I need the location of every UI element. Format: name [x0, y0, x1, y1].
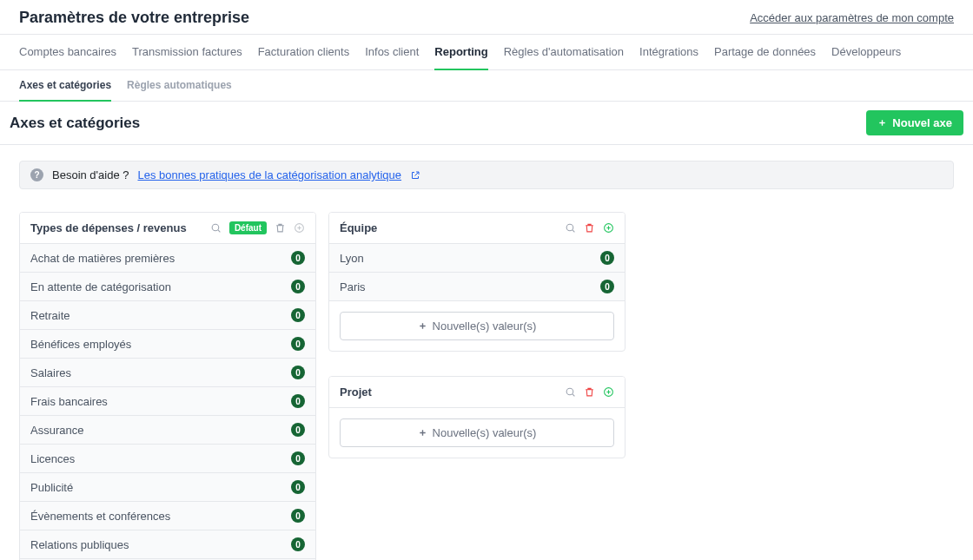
axis-value-count: 0 — [600, 251, 614, 265]
axis-value-label: Frais bancaires — [30, 395, 108, 408]
search-icon[interactable] — [210, 222, 222, 234]
axis-value-label: Achat de matières premières — [30, 252, 175, 265]
new-value-label: Nouvelle(s) valeur(s) — [433, 320, 537, 333]
search-icon[interactable] — [564, 386, 576, 399]
main-tab[interactable]: Règles d'automatisation — [504, 35, 624, 69]
axis-card: ProjetNouvelle(s) valeur(s) — [328, 376, 626, 458]
sub-tabs: Axes et catégoriesRègles automatiques — [0, 70, 973, 102]
axis-card: ÉquipeLyon0Paris0Nouvelle(s) valeur(s) — [328, 212, 626, 352]
axis-value-count: 0 — [291, 480, 305, 494]
main-tab[interactable]: Intégrations — [639, 35, 698, 69]
axis-value-label: Lyon — [340, 252, 364, 265]
add-value-icon[interactable] — [602, 386, 614, 399]
axis-value-count: 0 — [291, 509, 305, 523]
default-badge: Défaut — [229, 221, 267, 234]
axis-value-label: Licences — [30, 452, 75, 465]
axis-value-label: Retraite — [30, 309, 70, 322]
axis-value-count: 0 — [291, 251, 305, 265]
trash-icon[interactable] — [583, 222, 595, 234]
new-value-button[interactable]: Nouvelle(s) valeur(s) — [340, 312, 614, 340]
axis-value-row[interactable]: Frais bancaires0 — [20, 387, 315, 416]
account-settings-link[interactable]: Accéder aux paramètres de mon compte — [750, 11, 954, 24]
sub-tab[interactable]: Règles automatiques — [127, 70, 232, 101]
main-tab[interactable]: Développeurs — [831, 35, 901, 69]
axis-title: Types de dépenses / revenus — [30, 221, 203, 234]
axis-value-label: Évènements et conférences — [30, 510, 170, 523]
main-tab[interactable]: Reporting — [434, 35, 487, 70]
axis-value-label: Assurance — [30, 424, 83, 437]
main-tab[interactable]: Facturation clients — [258, 35, 350, 69]
axis-value-row[interactable]: Évènements et conférences0 — [20, 502, 315, 530]
axis-value-count: 0 — [291, 366, 305, 379]
axis-value-count: 0 — [291, 308, 305, 322]
help-label: Besoin d'aide ? — [52, 168, 129, 181]
help-banner: ? Besoin d'aide ? Les bonnes pratiques d… — [19, 161, 954, 189]
plus-icon — [877, 118, 887, 128]
new-axis-button[interactable]: Nouvel axe — [866, 110, 963, 135]
axis-value-row[interactable]: Achat de matières premières0 — [20, 244, 315, 273]
main-tab[interactable]: Infos client — [365, 35, 419, 69]
trash-icon — [274, 222, 286, 234]
axis-value-row[interactable]: Lyon0 — [329, 244, 625, 273]
new-value-label: Nouvelle(s) valeur(s) — [433, 426, 537, 439]
axis-value-row[interactable]: Salaires0 — [20, 359, 315, 387]
plus-icon — [418, 321, 427, 331]
new-axis-button-label: Nouvel axe — [892, 116, 952, 129]
trash-icon[interactable] — [583, 386, 595, 399]
axis-value-count: 0 — [600, 280, 614, 293]
new-value-button[interactable]: Nouvelle(s) valeur(s) — [340, 418, 614, 447]
add-value-icon[interactable] — [602, 222, 614, 234]
sub-tab[interactable]: Axes et catégories — [19, 70, 111, 102]
axis-title: Équipe — [340, 221, 557, 234]
axis-value-row[interactable]: Paris0 — [329, 273, 625, 301]
search-icon[interactable] — [564, 222, 576, 234]
axis-value-row[interactable]: Retraite0 — [20, 301, 315, 330]
axis-value-label: Bénéfices employés — [30, 338, 131, 351]
axis-value-row[interactable]: Publicité0 — [20, 473, 315, 502]
axis-card: Types de dépenses / revenusDéfautAchat d… — [19, 212, 316, 560]
add-value-icon[interactable] — [293, 222, 305, 234]
page-title: Paramètres de votre entreprise — [19, 9, 249, 27]
axis-value-label: Relations publiques — [30, 538, 129, 551]
axis-value-count: 0 — [291, 394, 305, 408]
axis-value-row[interactable]: En attente de catégorisation0 — [20, 273, 315, 301]
main-tabs: Comptes bancairesTransmission facturesFa… — [0, 35, 973, 70]
external-link-icon — [410, 170, 420, 181]
axis-value-label: Publicité — [30, 481, 73, 494]
axis-value-count: 0 — [291, 337, 305, 351]
axis-value-label: Salaires — [30, 366, 71, 379]
axis-value-row[interactable]: Licences0 — [20, 445, 315, 473]
main-tab[interactable]: Comptes bancaires — [19, 35, 116, 69]
axis-value-count: 0 — [291, 280, 305, 293]
axis-value-count: 0 — [291, 537, 305, 551]
main-tab[interactable]: Transmission factures — [132, 35, 242, 69]
section-title: Axes et catégories — [10, 115, 140, 132]
axis-value-row[interactable]: Assurance0 — [20, 416, 315, 445]
help-link[interactable]: Les bonnes pratiques de la catégorisatio… — [138, 168, 402, 181]
main-tab[interactable]: Partage de données — [714, 35, 816, 69]
axis-value-label: Paris — [340, 280, 366, 293]
axis-value-label: En attente de catégorisation — [30, 280, 171, 293]
axis-value-count: 0 — [291, 423, 305, 437]
help-icon: ? — [30, 168, 43, 181]
axis-value-count: 0 — [291, 451, 305, 465]
axis-title: Projet — [340, 385, 557, 399]
axis-value-row[interactable]: Bénéfices employés0 — [20, 330, 315, 359]
axis-value-row[interactable]: Relations publiques0 — [20, 530, 315, 559]
plus-icon — [418, 428, 427, 438]
